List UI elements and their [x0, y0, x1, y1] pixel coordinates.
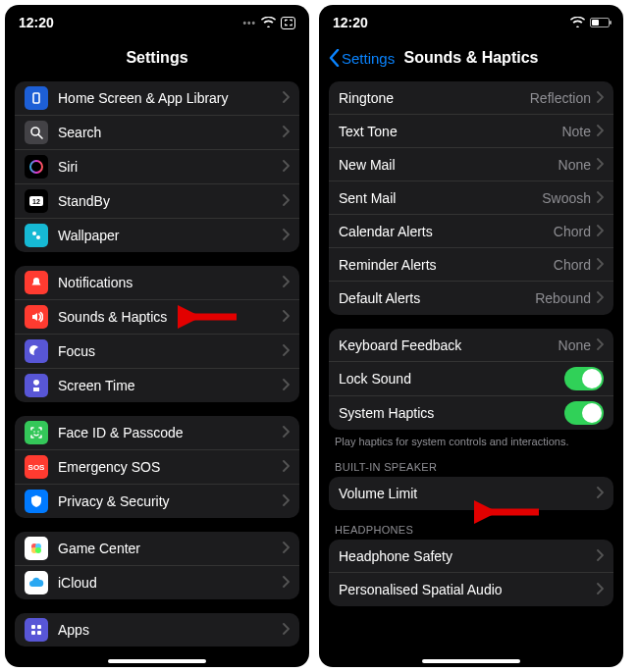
- row-system-haptics[interactable]: System Haptics: [329, 396, 613, 430]
- status-bar: 12:20 ••• ⛶: [5, 5, 309, 40]
- row-value: Swoosh: [542, 190, 591, 206]
- row-label: Sent Mail: [339, 190, 542, 206]
- chevron-right-icon: [597, 89, 604, 107]
- row-label: Apps: [58, 622, 283, 638]
- row-label: Siri: [58, 159, 283, 175]
- row-sent-mail[interactable]: Sent MailSwoosh: [329, 181, 613, 215]
- row-label: Game Center: [58, 541, 283, 556]
- row-screentime[interactable]: Screen Time: [15, 369, 299, 402]
- page-title: Settings: [126, 49, 187, 67]
- row-calendar-alerts[interactable]: Calendar AlertsChord: [329, 215, 613, 248]
- status-bar: 12:20: [319, 5, 623, 40]
- status-time: 12:20: [19, 15, 54, 30]
- row-new-mail[interactable]: New MailNone: [329, 148, 613, 181]
- row-label: Notifications: [58, 275, 283, 290]
- toggle[interactable]: [564, 401, 604, 425]
- row-value: Rebound: [535, 290, 591, 306]
- svg-point-3: [30, 161, 42, 173]
- row-label: Calendar Alerts: [339, 224, 554, 239]
- row-icloud[interactable]: iCloud: [15, 566, 299, 599]
- wifi-icon: [261, 16, 276, 30]
- row-default-alerts[interactable]: Default AlertsRebound: [329, 282, 613, 315]
- row-label: Text Tone: [339, 124, 561, 139]
- screenshot-icon: ⛶: [281, 17, 295, 29]
- row-faceid[interactable]: Face ID & Passcode: [15, 416, 299, 450]
- row-ringtone[interactable]: RingtoneReflection: [329, 81, 613, 115]
- chevron-right-icon: [283, 124, 290, 141]
- chevron-right-icon: [597, 189, 604, 207]
- row-keyboard-feedback[interactable]: Keyboard FeedbackNone: [329, 329, 613, 362]
- chevron-right-icon: [283, 158, 290, 176]
- chevron-right-icon: [597, 223, 604, 240]
- row-label: Ringtone: [339, 90, 530, 106]
- svg-point-6: [32, 232, 36, 235]
- row-volume-limit[interactable]: Volume Limit: [329, 477, 613, 510]
- row-label: Reminder Alerts: [339, 257, 554, 273]
- row-notifications[interactable]: Notifications: [15, 266, 299, 300]
- chevron-right-icon: [283, 492, 290, 510]
- row-privacy[interactable]: Privacy & Security: [15, 485, 299, 518]
- row-wallpaper[interactable]: Wallpaper: [15, 219, 299, 252]
- row-standby[interactable]: 12StandBy: [15, 184, 299, 219]
- row-gamecenter[interactable]: Game Center: [15, 532, 299, 566]
- svg-rect-14: [31, 625, 35, 629]
- row-label: Face ID & Passcode: [58, 425, 283, 440]
- chevron-right-icon: [597, 547, 604, 565]
- cellular-icon: •••: [242, 18, 256, 28]
- privacy-icon: [25, 490, 48, 513]
- sos-icon: SOS: [25, 455, 48, 479]
- svg-rect-16: [31, 631, 35, 635]
- svg-point-7: [36, 235, 40, 239]
- svg-point-8: [33, 431, 35, 433]
- back-button[interactable]: Settings: [329, 49, 395, 67]
- chevron-right-icon: [283, 274, 290, 291]
- svg-line-2: [38, 134, 42, 138]
- status-time: 12:20: [333, 15, 368, 30]
- row-lock-sound[interactable]: Lock Sound: [329, 362, 613, 396]
- chevron-right-icon: [597, 156, 604, 174]
- home-indicator[interactable]: [108, 659, 206, 663]
- gamecenter-icon: [25, 537, 48, 560]
- nav-bar: Settings Sounds & Haptics: [319, 40, 623, 76]
- settings-list[interactable]: Home Screen & App LibrarySearchSiri12Sta…: [5, 76, 309, 667]
- row-text-tone[interactable]: Text ToneNote: [329, 115, 613, 148]
- home-indicator[interactable]: [422, 659, 520, 663]
- row-label: Volume Limit: [339, 486, 597, 501]
- row-search[interactable]: Search: [15, 116, 299, 150]
- row-label: Wallpaper: [58, 228, 283, 243]
- row-label: New Mail: [339, 157, 558, 173]
- row-apps[interactable]: Apps: [15, 613, 299, 646]
- row-label: Keyboard Feedback: [339, 337, 558, 353]
- toggle[interactable]: [564, 367, 604, 390]
- phone-settings: 12:20 ••• ⛶ Settings Home Screen & App L…: [5, 5, 309, 667]
- row-headphone-safety[interactable]: Headphone Safety: [329, 540, 613, 573]
- builtin-header: BUILT-IN SPEAKER: [319, 447, 623, 477]
- chevron-right-icon: [283, 540, 290, 557]
- row-sounds[interactable]: Sounds & Haptics: [15, 300, 299, 335]
- row-focus[interactable]: Focus: [15, 335, 299, 369]
- battery-icon: [590, 18, 610, 27]
- row-reminder-alerts[interactable]: Reminder AlertsChord: [329, 248, 613, 282]
- screentime-icon: [25, 374, 48, 397]
- chevron-right-icon: [597, 123, 604, 140]
- home-app-icon: [25, 86, 48, 110]
- chevron-right-icon: [597, 289, 604, 307]
- chevron-right-icon: [597, 256, 604, 274]
- row-value: Chord: [554, 224, 591, 239]
- status-right: [570, 16, 610, 30]
- row-label: Home Screen & App Library: [58, 90, 283, 106]
- row-label: Sounds & Haptics: [58, 309, 283, 325]
- page-title: Sounds & Haptics: [404, 49, 539, 67]
- svg-point-9: [37, 431, 39, 433]
- row-home-app[interactable]: Home Screen & App Library: [15, 81, 299, 116]
- row-siri[interactable]: Siri: [15, 150, 299, 184]
- phone-sounds-haptics: 12:20 Settings Sounds & Haptics Ringtone…: [319, 5, 623, 667]
- notifications-icon: [25, 271, 48, 294]
- row-personalised-spatial-audio[interactable]: Personalised Spatial Audio: [329, 573, 613, 606]
- search-icon: [25, 121, 48, 144]
- chevron-right-icon: [283, 621, 290, 639]
- chevron-right-icon: [283, 227, 290, 244]
- sounds-list[interactable]: RingtoneReflectionText ToneNoteNew MailN…: [319, 76, 623, 667]
- row-sos[interactable]: SOSEmergency SOS: [15, 450, 299, 485]
- icloud-icon: [25, 571, 48, 594]
